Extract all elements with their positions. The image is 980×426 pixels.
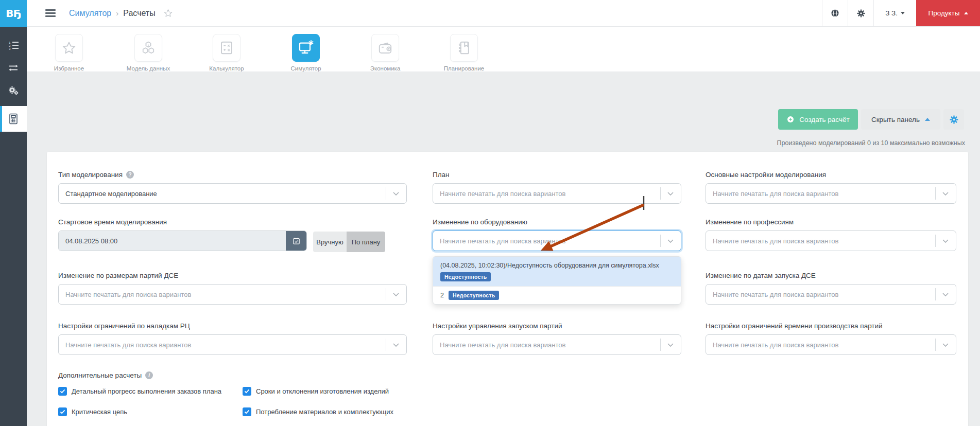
unavailability-badge: Недоступность <box>440 272 491 281</box>
checkbox-detailed-progress[interactable]: Детальный прогресс выполнения заказов пл… <box>58 387 221 396</box>
user-initials: З З. <box>885 9 898 17</box>
chevron-down-icon <box>667 239 674 243</box>
tab-economics[interactable]: Экономика <box>352 34 419 72</box>
section-label: Дополнительные расчеты <box>58 371 142 379</box>
plan-search-input[interactable] <box>440 190 656 198</box>
help-icon[interactable] <box>126 171 134 179</box>
launch-control-search-input[interactable] <box>440 341 656 349</box>
bfg-logo[interactable]: BҔ <box>0 0 27 27</box>
svg-text:3: 3 <box>9 47 11 50</box>
professions-search-input[interactable] <box>713 237 931 245</box>
field-label: План <box>433 171 450 179</box>
field-sim-type: Тип моделирования Стандартное моделирова… <box>58 171 407 204</box>
favorite-star-icon[interactable] <box>163 8 173 18</box>
breadcrumb-section-link[interactable]: Симулятор <box>69 9 111 18</box>
hamburger-menu-icon[interactable] <box>45 9 56 16</box>
dropdown-option-highlighted[interactable]: (04.08.2025, 10:02:30)/Недоступность обо… <box>433 257 681 286</box>
sidebar-item-transfers[interactable] <box>0 57 27 79</box>
field-batch-sizes: Изменение по размерам партий ДСЕ <box>58 272 407 305</box>
field-label: Основные настройки моделирования <box>706 171 826 179</box>
tab-calculator[interactable]: Калькулятор <box>193 34 260 72</box>
plan-combobox[interactable] <box>433 183 681 204</box>
tab-favorites[interactable]: Избранное <box>36 34 102 72</box>
calculator-icon <box>7 113 20 125</box>
panel-settings-button[interactable] <box>943 109 964 130</box>
main-settings-combobox[interactable] <box>706 183 956 204</box>
user-menu[interactable]: З З. <box>873 0 916 26</box>
field-label: Настройки управления запуском партий <box>433 322 562 330</box>
settings-gear-icon[interactable] <box>848 0 873 26</box>
chevron-down-icon <box>393 293 399 296</box>
batch-sizes-combobox[interactable] <box>58 284 407 305</box>
chevron-down-icon <box>942 343 949 347</box>
chevron-down-icon <box>393 192 399 196</box>
chevron-down-icon <box>942 192 949 196</box>
main-settings-search-input[interactable] <box>713 190 931 198</box>
language-globe-icon[interactable] <box>822 0 848 26</box>
chevron-down-icon <box>667 343 674 347</box>
left-sidebar: 123 <box>0 27 27 426</box>
module-tabs: Избранное Модель данных Кал <box>27 27 980 72</box>
numbered-list-icon: 123 <box>8 41 19 50</box>
checkbox-critical-chain[interactable]: Критическая цепь <box>58 407 127 416</box>
additional-calculations-section: Дополнительные расчеты <box>58 371 153 384</box>
field-equipment: Изменение по оборудованию <box>433 218 681 251</box>
production-time-limits-search-input[interactable] <box>713 341 931 349</box>
runs-counter: Произведено моделирований 0 из 10 максим… <box>777 139 965 147</box>
production-time-limits-combobox[interactable] <box>706 334 956 355</box>
manual-mode-button[interactable]: Вручную <box>313 232 347 252</box>
field-label: Настройки ограничений по наладкам РЦ <box>58 322 190 330</box>
launch-dates-search-input[interactable] <box>713 291 931 298</box>
checkbox-materials-consumption[interactable]: Потребление материалов и комплектующих <box>243 407 393 416</box>
by-plan-mode-button[interactable]: По плану <box>347 232 385 252</box>
calculator-icon <box>213 34 240 62</box>
chevron-down-icon <box>901 12 905 14</box>
sidebar-item-calculations-active[interactable] <box>0 106 27 132</box>
field-launch-dates: Изменение по датам запуска ДСЕ <box>706 272 956 305</box>
sidebar-item-queue[interactable]: 123 <box>0 34 27 57</box>
batch-sizes-search-input[interactable] <box>65 291 382 298</box>
field-label: Стартовое время моделирования <box>58 218 167 226</box>
tab-simulator[interactable]: Симулятор <box>272 34 339 72</box>
setup-limits-search-input[interactable] <box>65 341 382 349</box>
setup-limits-combobox[interactable] <box>58 334 407 355</box>
chevron-up-icon <box>925 118 930 121</box>
field-main-settings: Основные настройки моделирования <box>706 171 956 204</box>
create-calculation-button[interactable]: Создать расчёт <box>778 109 858 130</box>
checked-checkbox-icon <box>243 387 251 396</box>
equipment-combobox[interactable] <box>433 230 681 251</box>
calendar-button[interactable] <box>286 231 306 251</box>
sidebar-item-services[interactable] <box>0 79 27 102</box>
launch-control-combobox[interactable] <box>433 334 681 355</box>
launch-dates-combobox[interactable] <box>706 284 956 305</box>
start-time-datepicker <box>58 230 307 251</box>
start-time-input[interactable] <box>59 231 286 251</box>
professions-combobox[interactable] <box>706 230 956 251</box>
dropdown-option[interactable]: 2 Недоступность <box>433 286 681 304</box>
calculation-form-panel: Тип моделирования Стандартное моделирова… <box>47 152 968 426</box>
tab-data-model[interactable]: Модель данных <box>115 34 182 72</box>
sim-type-select[interactable]: Стандартное моделирование <box>58 183 407 204</box>
tab-planning[interactable]: Планирование <box>431 34 497 72</box>
hide-panel-button[interactable]: Скрыть панель <box>861 109 940 130</box>
field-professions: Изменение по профессиям <box>706 218 956 251</box>
checkbox-deadlines-deviations[interactable]: Сроки и отклонения изготовления изделий <box>243 387 389 396</box>
breadcrumb-separator: › <box>116 9 118 17</box>
wallet-icon <box>371 34 399 62</box>
unavailability-badge: Недоступность <box>449 291 499 300</box>
field-label: Настройки ограничений времени производст… <box>706 322 883 330</box>
field-launch-control: Настройки управления запуском партий <box>433 322 681 355</box>
field-start-time: Стартовое время моделирования <box>58 218 307 251</box>
breadcrumb-current-page: Расчеты <box>123 9 155 18</box>
field-label: Изменение по профессиям <box>706 218 794 226</box>
checked-checkbox-icon <box>58 387 67 396</box>
notebook-icon <box>450 34 478 62</box>
chevron-down-icon <box>942 293 949 296</box>
info-icon[interactable] <box>145 371 153 379</box>
equipment-search-input[interactable] <box>440 237 656 245</box>
monitor-asterisk-icon <box>292 34 320 62</box>
equipment-dropdown-list: (04.08.2025, 10:02:30)/Недоступность обо… <box>433 256 681 305</box>
products-button[interactable]: Продукты <box>916 0 980 26</box>
start-time-mode-group: Вручную По плану <box>313 232 385 252</box>
chevron-down-icon <box>942 239 949 243</box>
